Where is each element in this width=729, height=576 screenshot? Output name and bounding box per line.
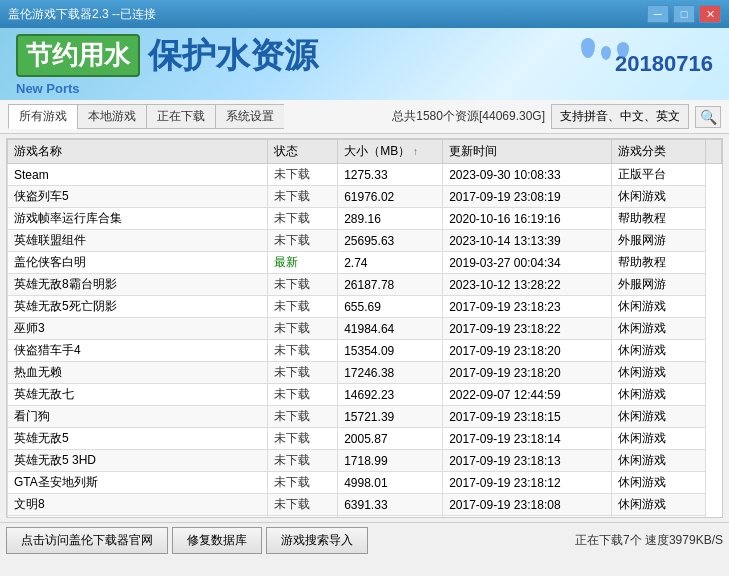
cell-size: 17246.38 [338, 362, 443, 384]
cell-status: 未下载 [268, 274, 338, 296]
table-row[interactable]: 游戏帧率运行库合集 未下载 289.16 2020-10-16 16:19:16… [8, 208, 722, 230]
table-row[interactable]: 英雄无敌5死亡阴影 未下载 655.69 2017-09-19 23:18:23… [8, 296, 722, 318]
cell-status: 未下载 [268, 428, 338, 450]
visit-website-button[interactable]: 点击访问盖伦下载器官网 [6, 527, 168, 554]
table-row[interactable]: 巫师3 未下载 41984.64 2017-09-19 23:18:22 休闲游… [8, 318, 722, 340]
table-row[interactable]: 文明8 未下载 6391.33 2017-09-19 23:18:08 休闲游戏 [8, 494, 722, 516]
table-row[interactable]: 英雄联盟组件 未下载 25695.63 2023-10-14 13:13:39 … [8, 230, 722, 252]
cell-category: 休闲游戏 [612, 384, 705, 406]
cell-size: 15354.09 [338, 340, 443, 362]
cell-time: 2020-10-16 16:19:16 [443, 208, 612, 230]
drop3 [617, 42, 629, 58]
tab-downloading[interactable]: 正在下载 [146, 104, 215, 129]
table-row[interactable]: GTA圣安地列斯 未下载 4998.01 2017-09-19 23:18:12… [8, 472, 722, 494]
cell-status: 未下载 [268, 340, 338, 362]
table-row[interactable]: 热血无赖 未下载 17246.38 2017-09-19 23:18:20 休闲… [8, 362, 722, 384]
cell-time: 2017-09-19 23:18:14 [443, 428, 612, 450]
game-table: 游戏名称 状态 大小（MB） 更新时间 游戏分类 Steam 未下载 1275.… [7, 139, 722, 518]
window-controls: ─ □ ✕ [647, 5, 721, 23]
cell-size: 25695.63 [338, 230, 443, 252]
cell-category: 休闲游戏 [612, 340, 705, 362]
cell-time: 2017-09-19 23:18:15 [443, 406, 612, 428]
table-row[interactable]: 英雄无敌七 未下载 14692.23 2022-09-07 12:44:59 休… [8, 384, 722, 406]
cell-name: 侠盗列车5 [8, 186, 268, 208]
cell-status: 未下载 [268, 318, 338, 340]
toolbar-right: 总共1580个资源[44069.30G] 支持拼音、中文、英文 🔍 [392, 104, 721, 129]
cell-size: 655.69 [338, 296, 443, 318]
cell-name: GTA圣安地列斯 [8, 472, 268, 494]
table-row[interactable]: Steam 未下载 1275.33 2023-09-30 10:08:33 正版… [8, 164, 722, 186]
maximize-button[interactable]: □ [673, 5, 695, 23]
cell-name: 侠盗猎车手4 [8, 340, 268, 362]
main-toolbar: 所有游戏 本地游戏 正在下载 系统设置 总共1580个资源[44069.30G]… [0, 100, 729, 134]
cell-category: 正版平台 [612, 164, 705, 186]
cell-name: 热血无赖 [8, 362, 268, 384]
import-games-button[interactable]: 游戏搜索导入 [266, 527, 368, 554]
table-row[interactable]: 死或生5 未下载 6978.32 2017-09-19 23:18:05 休闲游… [8, 516, 722, 519]
cell-name: 死或生5 [8, 516, 268, 519]
cell-category: 休闲游戏 [612, 186, 705, 208]
main-content: 游戏名称 状态 大小（MB） 更新时间 游戏分类 Steam 未下载 1275.… [6, 138, 723, 518]
cell-status: 未下载 [268, 516, 338, 519]
cell-category: 休闲游戏 [612, 428, 705, 450]
cell-status: 未下载 [268, 472, 338, 494]
close-button[interactable]: ✕ [699, 5, 721, 23]
cell-time: 2017-09-19 23:18:20 [443, 362, 612, 384]
cell-name: 看门狗 [8, 406, 268, 428]
cell-size: 26187.78 [338, 274, 443, 296]
tab-all-games[interactable]: 所有游戏 [8, 104, 77, 129]
cell-size: 2005.87 [338, 428, 443, 450]
cell-status: 未下载 [268, 384, 338, 406]
minimize-button[interactable]: ─ [647, 5, 669, 23]
table-row[interactable]: 英雄无敌5 未下载 2005.87 2017-09-19 23:18:14 休闲… [8, 428, 722, 450]
cell-time: 2017-09-19 23:18:22 [443, 318, 612, 340]
cell-status: 最新 [268, 252, 338, 274]
cell-size: 4998.01 [338, 472, 443, 494]
cell-size: 2.74 [338, 252, 443, 274]
cell-time: 2019-03-27 00:04:34 [443, 252, 612, 274]
cell-status: 未下载 [268, 494, 338, 516]
window-title: 盖伦游戏下载器2.3 --已连接 [8, 6, 156, 23]
tab-local-games[interactable]: 本地游戏 [77, 104, 146, 129]
cell-category: 外服网游 [612, 274, 705, 296]
cell-size: 15721.39 [338, 406, 443, 428]
table-row[interactable]: 侠盗猎车手4 未下载 15354.09 2017-09-19 23:18:20 … [8, 340, 722, 362]
cell-size: 61976.02 [338, 186, 443, 208]
cell-status: 未下载 [268, 296, 338, 318]
table-row[interactable]: 英雄无敌8霸台明影 未下载 26187.78 2023-10-12 13:28:… [8, 274, 722, 296]
cell-status: 未下载 [268, 362, 338, 384]
banner-date: 20180716 [615, 51, 713, 77]
cell-size: 289.16 [338, 208, 443, 230]
table-row[interactable]: 英雄无敌5 3HD 未下载 1718.99 2017-09-19 23:18:1… [8, 450, 722, 472]
cell-name: 文明8 [8, 494, 268, 516]
cell-name: 盖伦侠客白明 [8, 252, 268, 274]
cell-time: 2017-09-19 23:18:12 [443, 472, 612, 494]
cell-time: 2017-09-19 23:18:05 [443, 516, 612, 519]
cell-category: 帮助教程 [612, 252, 705, 274]
table-row[interactable]: 看门狗 未下载 15721.39 2017-09-19 23:18:15 休闲游… [8, 406, 722, 428]
repair-db-button[interactable]: 修复数据库 [172, 527, 262, 554]
cell-time: 2017-09-19 23:18:20 [443, 340, 612, 362]
search-lang-button[interactable]: 支持拼音、中文、英文 [551, 104, 689, 129]
banner-slogan1: 节约用水 [16, 34, 140, 77]
cell-status: 未下载 [268, 450, 338, 472]
table-row[interactable]: 盖伦侠客白明 最新 2.74 2019-03-27 00:04:34 帮助教程 [8, 252, 722, 274]
table-wrapper[interactable]: 游戏名称 状态 大小（MB） 更新时间 游戏分类 Steam 未下载 1275.… [7, 139, 722, 518]
cell-status: 未下载 [268, 186, 338, 208]
tab-settings[interactable]: 系统设置 [215, 104, 284, 129]
cell-category: 休闲游戏 [612, 450, 705, 472]
banner-decoration [581, 38, 629, 60]
search-button[interactable]: 🔍 [695, 106, 721, 128]
cell-status: 未下载 [268, 208, 338, 230]
col-header-size[interactable]: 大小（MB） [338, 140, 443, 164]
banner-slogan2: 保护水资源 [148, 33, 318, 79]
table-row[interactable]: 侠盗列车5 未下载 61976.02 2017-09-19 23:08:19 休… [8, 186, 722, 208]
cell-name: 英雄无敌5 [8, 428, 268, 450]
cell-category: 休闲游戏 [612, 296, 705, 318]
cell-category: 休闲游戏 [612, 318, 705, 340]
cell-name: 英雄无敌5 3HD [8, 450, 268, 472]
cell-category: 外服网游 [612, 230, 705, 252]
drop2 [601, 46, 611, 60]
col-header-status: 状态 [268, 140, 338, 164]
table-header: 游戏名称 状态 大小（MB） 更新时间 游戏分类 [8, 140, 722, 164]
